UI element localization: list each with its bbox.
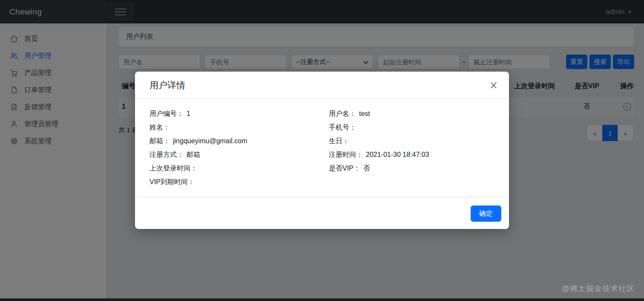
field-email: 邮箱：jingqueyimu@gmail.com [150, 134, 247, 148]
modal-header: 用户详情 × [135, 72, 509, 99]
field-birthday: 生日： [329, 134, 429, 148]
field-real-name: 姓名： [150, 121, 247, 134]
field-is-vip: 是否VIP：否 [329, 162, 429, 175]
app-root: Chewing admin ▼ 首页 用户管理 产品管理 [0, 0, 644, 301]
modal-body: 用户编号：1 姓名： 邮箱：jingqueyimu@gmail.com 注册方式… [135, 99, 509, 197]
field-register-time: 注册时间：2021-01-30 18:47:03 [329, 148, 429, 162]
field-last-login-time: 上次登录时间： [150, 162, 247, 175]
confirm-button[interactable]: 确定 [471, 205, 501, 222]
field-vip-expire-time: VIP到期时间： [150, 175, 247, 189]
close-icon[interactable]: × [489, 80, 498, 90]
modal-right-column: 用户名：test 手机号： 生日： 注册时间：2021-01-30 18:47:… [329, 107, 429, 175]
user-detail-modal: 用户详情 × 用户编号：1 姓名： 邮箱：jingqueyimu@gmail.c… [135, 72, 509, 229]
bottom-edge-bar [0, 298, 644, 301]
field-register-type: 注册方式：邮箱 [150, 148, 247, 162]
field-username: 用户名：test [329, 107, 429, 121]
modal-title: 用户详情 [150, 79, 185, 91]
field-user-id: 用户编号：1 [150, 107, 247, 121]
modal-footer: 确定 [135, 197, 509, 229]
modal-left-column: 用户编号：1 姓名： 邮箱：jingqueyimu@gmail.com 注册方式… [150, 107, 247, 189]
watermark: @稀土掘金技术社区 [562, 284, 635, 294]
field-phone: 手机号： [329, 121, 429, 134]
